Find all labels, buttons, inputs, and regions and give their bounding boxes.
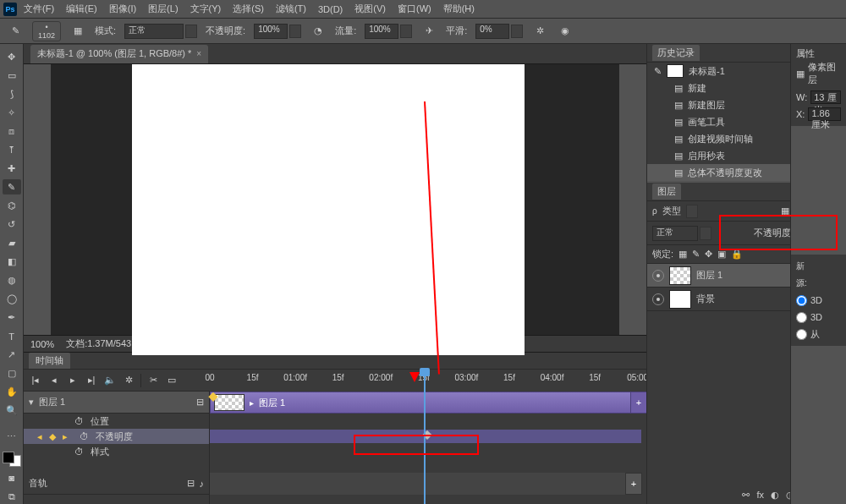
layer-name[interactable]: 背景 [696,293,715,305]
wand-tool-icon[interactable]: ✧ [3,105,21,120]
blend-mode-select[interactable]: 正常 [652,226,711,241]
stopwatch-active-icon[interactable]: ⏱ [80,431,89,441]
screen-mode-icon[interactable]: ⧉ [3,489,21,504]
smoothing-input[interactable]: 0% [475,24,523,39]
mute-icon[interactable]: 🔈 [103,374,117,387]
layer-thumbnail[interactable] [669,290,691,309]
timeline-tab[interactable]: 时间轴 [29,353,70,369]
lock-position-icon[interactable]: ✥ [705,249,712,260]
menu-image[interactable]: 图像(I) [104,1,141,17]
stamp-tool-icon[interactable]: ⌬ [3,198,21,213]
blur-tool-icon[interactable]: ◍ [3,273,21,288]
history-tab[interactable]: 历史记录 [652,45,700,61]
menu-filter[interactable]: 滤镜(T) [271,1,311,17]
chevron-down-icon[interactable] [700,227,711,240]
close-icon[interactable]: × [196,49,201,58]
add-media-button[interactable]: + [630,392,646,414]
menu-edit[interactable]: 编辑(E) [61,1,102,17]
next-key-icon[interactable]: ▸ [63,431,68,442]
chevron-down-icon[interactable]: ▾ [29,397,34,408]
flow-input[interactable]: 100% [365,24,412,39]
menu-help[interactable]: 帮助(H) [438,1,480,17]
tl-prop-style[interactable]: ⏱ 样式 [24,444,209,459]
keyframe-diamond-icon[interactable]: ◆ [49,431,56,442]
history-brush-tool-icon[interactable]: ↺ [3,216,21,232]
menu-view[interactable]: 视图(V) [349,1,391,17]
layer-thumbnail[interactable] [669,266,691,285]
play-icon[interactable]: ▸ [66,374,80,387]
pen-tool-icon[interactable]: ✒ [3,310,21,326]
eraser-tool-icon[interactable]: ▰ [3,235,21,250]
gradient-tool-icon[interactable]: ◧ [3,255,21,270]
menu-file[interactable]: 文件(F) [19,1,59,17]
layer-name[interactable]: 图层 1 [696,269,722,282]
audio-mute-icon[interactable]: ♪ [200,479,205,489]
3d-radio-1[interactable] [796,295,807,306]
chevron-down-icon[interactable] [686,205,698,218]
menu-type[interactable]: 文字(Y) [185,1,227,17]
opacity-input[interactable]: 100% [254,24,301,39]
dodge-tool-icon[interactable]: ◯ [3,292,21,307]
edit-toolbar-icon[interactable]: ⋯ [3,430,21,445]
zoom-level[interactable]: 100% [30,339,54,349]
audio-track-row[interactable]: 音轨 ⊟ ♪ [24,473,209,495]
canvas-document[interactable] [132,64,525,355]
lock-transparent-icon[interactable]: ▦ [678,249,687,260]
hand-tool-icon[interactable]: ✋ [3,385,21,400]
brush-tool-icon[interactable]: ✎ [3,179,21,194]
video-clip[interactable]: ▸ 图层 1 [210,392,641,414]
layers-tab[interactable]: 图层 [652,184,681,200]
x-input[interactable]: 1.86 厘米 [808,107,841,121]
3d-radio-3[interactable] [796,329,807,340]
heal-tool-icon[interactable]: ✚ [3,161,21,176]
crop-tool-icon[interactable]: ⧈ [3,123,21,139]
w-input[interactable]: 13 厘米 [810,90,841,104]
audio-track-area[interactable]: + [210,473,641,495]
blend-mode-select[interactable]: 正常 [124,24,197,39]
tl-options-icon[interactable]: ✲ [122,374,135,387]
visibility-toggle-icon[interactable] [652,270,664,282]
add-audio-button[interactable]: + [625,473,642,495]
timeline-layer-row[interactable]: ▾ 图层 1 ⊟ [24,392,209,414]
tool-preset-icon[interactable]: ✎ [7,23,24,40]
brush-preset-picker[interactable]: • 1102 [32,21,61,41]
type-tool-icon[interactable]: T [3,329,21,344]
airbrush-icon[interactable]: ✈ [420,23,437,40]
canvas-area[interactable] [24,64,646,335]
tl-prop-opacity[interactable]: ◂ ◆ ▸ ⏱ 不透明度 [24,429,209,444]
stopwatch-icon[interactable]: ⏱ [74,416,84,426]
zoom-tool-icon[interactable]: 🔍 [3,403,21,419]
path-tool-icon[interactable]: ↗ [3,348,21,363]
quickmask-icon[interactable]: ◙ [3,470,21,485]
transition-icon[interactable]: ▭ [165,374,179,387]
lasso-tool-icon[interactable]: ⟆ [3,86,21,101]
stopwatch-icon[interactable]: ⏱ [74,446,84,457]
menu-window[interactable]: 窗口(W) [393,1,437,17]
menu-layer[interactable]: 图层(L) [143,1,183,17]
prev-frame-icon[interactable]: ◂ [47,374,61,387]
color-swatch[interactable] [3,452,21,467]
chevron-down-icon[interactable] [400,25,412,38]
chevron-down-icon[interactable] [511,25,523,38]
first-frame-icon[interactable]: |◂ [29,374,42,387]
audio-options-icon[interactable]: ⊟ [187,478,195,489]
next-frame-icon[interactable]: ▸| [85,374,98,387]
properties-tab[interactable]: 属性 [796,47,841,60]
lock-pixels-icon[interactable]: ✎ [692,249,700,260]
fx-icon[interactable]: fx [756,490,764,500]
split-clip-icon[interactable]: ✂ [146,374,160,387]
pressure-opacity-icon[interactable]: ◔ [310,23,327,40]
chevron-down-icon[interactable] [289,25,301,38]
link-layers-icon[interactable]: ⚯ [742,490,750,501]
document-tab[interactable]: 未标题-1 @ 100% (图层 1, RGB/8#) * × [30,45,208,63]
marquee-tool-icon[interactable]: ▭ [3,68,21,83]
move-tool-icon[interactable]: ✥ [3,49,21,64]
mask-icon[interactable]: ◐ [771,490,779,501]
shape-tool-icon[interactable]: ▢ [3,366,21,381]
fg-color-swatch[interactable] [3,452,14,463]
pressure-size-icon[interactable]: ◉ [557,23,574,40]
menu-3d[interactable]: 3D(D) [313,3,348,16]
tl-prop-position[interactable]: ⏱ 位置 [24,414,209,429]
3d-radio-2[interactable] [796,312,807,323]
visibility-toggle-icon[interactable] [652,293,664,305]
